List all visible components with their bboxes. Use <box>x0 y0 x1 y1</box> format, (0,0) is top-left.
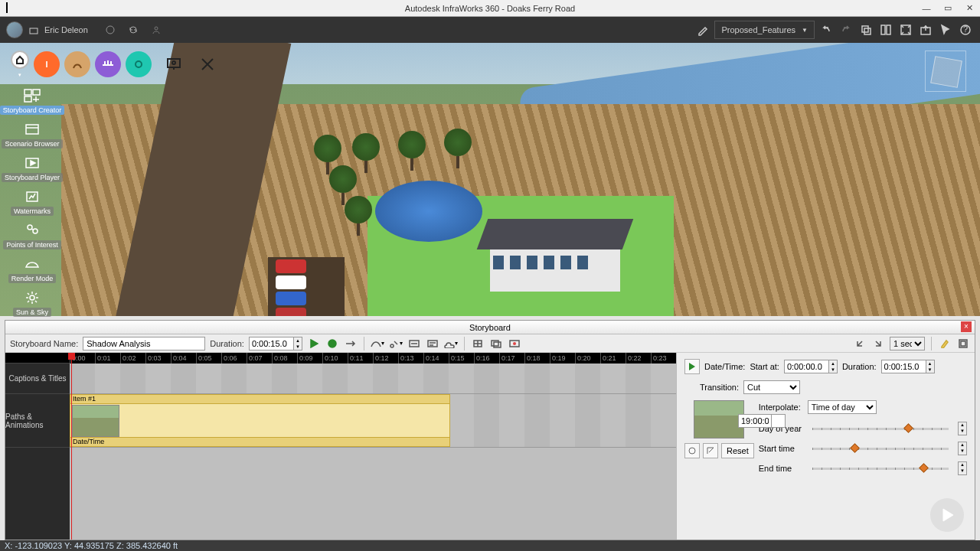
storyboard-duration-input[interactable] <box>249 337 293 350</box>
fullscreen-icon[interactable] <box>897 21 914 38</box>
text-cursor <box>6 2 8 13</box>
snap-icon[interactable] <box>471 337 485 350</box>
highlight-icon[interactable] <box>938 337 952 350</box>
track-header-paths[interactable]: Paths & Animations <box>5 394 70 448</box>
close-button[interactable]: ✕ <box>959 0 980 17</box>
startat-label: Start at: <box>750 362 779 371</box>
tool-label: Points of Interest <box>3 240 61 249</box>
help-icon[interactable]: ? <box>957 21 974 38</box>
undo-icon[interactable] <box>818 21 835 38</box>
user-avatar[interactable] <box>6 21 23 38</box>
startat-input[interactable] <box>784 360 828 373</box>
endtime-input[interactable] <box>738 414 772 428</box>
view-cube[interactable] <box>925 51 966 92</box>
tool-render-mode[interactable]: Render Mode <box>5 254 60 285</box>
model-viewport[interactable] <box>0 43 980 316</box>
home-icon[interactable] <box>28 24 40 36</box>
drainage-mode-icon[interactable] <box>126 51 152 77</box>
tool-storyboard-creator[interactable]: Storyboard Creator <box>5 86 60 116</box>
tools-icon[interactable] <box>196 53 219 76</box>
minimize-button[interactable]: — <box>916 0 937 17</box>
panels-icon[interactable] <box>877 21 894 38</box>
captions-track[interactable] <box>70 364 676 394</box>
roadway-mode-icon[interactable] <box>64 51 90 77</box>
starttime-slider[interactable] <box>812 442 949 455</box>
cursor-icon[interactable] <box>937 21 954 38</box>
zoom-out-icon[interactable] <box>853 337 867 350</box>
edit-proposal-icon[interactable] <box>694 21 711 38</box>
tool-label: Watermarks <box>11 207 54 216</box>
datetime-label: Date/Time: <box>704 362 745 371</box>
add-weather-icon[interactable]: ▾ <box>444 337 458 350</box>
add-keyframe-icon[interactable]: ▾ <box>389 337 403 350</box>
zoom-in-icon[interactable] <box>871 337 885 350</box>
clip-duration-spinner[interactable]: ▲▼ <box>881 360 935 373</box>
endtime-slider[interactable] <box>812 462 949 474</box>
presentation-toolbar: Storyboard CreatorScenario BrowserStoryb… <box>5 86 60 318</box>
redo-icon[interactable] <box>838 21 854 38</box>
svg-point-2 <box>155 27 158 30</box>
maximize-button[interactable]: ▭ <box>937 0 959 17</box>
storyboard-panel: Storyboard × Storyboard Name: Duration: … <box>5 320 975 540</box>
storyboard-title-label: Storyboard <box>469 323 511 332</box>
points-of-interest-icon <box>22 222 42 239</box>
tool-scenario-browser[interactable]: Scenario Browser <box>5 119 60 150</box>
track-header-captions[interactable]: Captions & Titles <box>5 364 70 394</box>
tool-watermarks[interactable]: Watermarks <box>5 187 60 217</box>
interpolate-select[interactable]: Time of day <box>808 400 877 414</box>
storyboard-name-input[interactable] <box>83 337 205 350</box>
chat-icon[interactable] <box>102 21 119 38</box>
settings-icon[interactable] <box>956 337 970 350</box>
add-camera-path-icon[interactable]: ▾ <box>371 337 384 350</box>
play-button[interactable] <box>307 337 321 350</box>
dayofyear-slider[interactable] <box>812 422 949 435</box>
zoom-select[interactable]: 1 sec <box>890 337 925 350</box>
preview-play-button[interactable] <box>684 359 700 374</box>
transition-select[interactable]: Cut <box>743 380 800 394</box>
timeline-ruler[interactable]: 0:000:010:020:030:040:050:060:070:080:09… <box>70 353 676 364</box>
storyboard-duration-spinner[interactable]: ▲▼ <box>249 337 302 350</box>
svg-point-24 <box>390 344 394 347</box>
presentation-icon[interactable] <box>162 53 185 76</box>
ruler-tick: 0:11 <box>348 353 373 364</box>
timeline-clip[interactable]: Item #1 Date/Time <box>70 394 450 447</box>
ruler-tick: 0:17 <box>499 353 524 364</box>
duplicate-icon[interactable] <box>858 21 874 38</box>
clip-properties: Date/Time: Start at: ▲▼ Duration: ▲▼ Tra… <box>676 353 975 540</box>
stop-button[interactable] <box>325 337 339 350</box>
bridge-mode-icon[interactable] <box>95 51 121 77</box>
startat-spinner[interactable]: ▲▼ <box>784 360 838 373</box>
reset-button[interactable]: Reset <box>721 443 754 458</box>
tool-sun-sky[interactable]: Sun & Sky <box>5 288 60 318</box>
layers-icon[interactable] <box>489 337 503 350</box>
sync-icon[interactable] <box>125 21 142 38</box>
storyboard-panel-title[interactable]: Storyboard × <box>5 321 975 334</box>
goto-view-button[interactable] <box>703 443 718 458</box>
clip-duration-input[interactable] <box>881 360 926 373</box>
svg-rect-16 <box>24 96 31 102</box>
capture-view-button[interactable] <box>684 443 700 458</box>
ruler-tick: 0:23 <box>651 353 676 364</box>
playhead[interactable] <box>71 353 72 540</box>
timeline[interactable]: Captions & Titles Paths & Animations 0:0… <box>5 353 676 540</box>
ruler-tick: 0:07 <box>247 353 272 364</box>
tool-label: Sun & Sky <box>13 308 51 317</box>
export-video-icon[interactable] <box>508 337 521 350</box>
add-caption-icon[interactable] <box>426 337 439 350</box>
proposal-dropdown[interactable]: Proposed_Features ▼ <box>714 21 815 39</box>
add-title-icon[interactable] <box>407 337 421 350</box>
panel-close-icon[interactable]: × <box>961 321 972 332</box>
coordinates-readout: X: -123.109023 Y: 44.935175 Z: 385.43264… <box>5 541 178 550</box>
share-icon[interactable] <box>148 21 165 38</box>
tool-storyboard-player[interactable]: Storyboard Player <box>5 153 60 184</box>
paths-track[interactable]: Item #1 Date/Time <box>70 394 676 448</box>
tool-points-of-interest[interactable]: Points of Interest <box>5 220 60 251</box>
svg-point-1 <box>106 26 114 34</box>
home-dropdown-icon[interactable]: ▾ <box>18 72 21 78</box>
big-play-button[interactable] <box>930 498 964 532</box>
step-button[interactable] <box>344 337 358 350</box>
export-icon[interactable] <box>917 21 934 38</box>
home-mode-icon[interactable] <box>11 51 29 69</box>
infraworks-mode-icon[interactable]: I <box>34 51 60 77</box>
starttime-label: Start time <box>759 444 803 453</box>
